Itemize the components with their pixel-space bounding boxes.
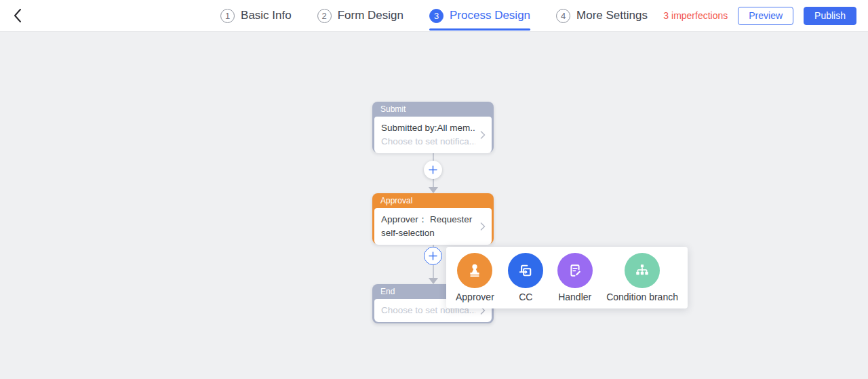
add-node-button[interactable] bbox=[424, 161, 442, 179]
step-basic-info[interactable]: 1 Basic Info bbox=[220, 0, 292, 31]
plus-icon bbox=[429, 252, 437, 260]
popup-item-label: Approver bbox=[456, 292, 494, 302]
step-label: More Settings bbox=[576, 9, 648, 22]
sitemap-icon bbox=[625, 253, 660, 288]
back-button[interactable] bbox=[8, 0, 27, 31]
step-form-design[interactable]: 2 Form Design bbox=[317, 0, 403, 31]
popup-item-label: Handler bbox=[558, 292, 591, 302]
step-number: 1 bbox=[220, 9, 235, 23]
submit-node-body: Submitted by:All mem... Choose to set no… bbox=[374, 117, 492, 153]
submit-node[interactable]: Submit Submitted by:All mem... Choose to… bbox=[372, 102, 494, 153]
approval-node-line1: Approver： Requester bbox=[381, 213, 475, 226]
add-node-popup: Approver CC Ha bbox=[446, 247, 688, 308]
approval-node-body: Approver： Requester self-selection bbox=[374, 208, 492, 245]
preview-button[interactable]: Preview bbox=[738, 7, 793, 25]
popup-item-handler[interactable]: Handler bbox=[556, 253, 594, 302]
popup-item-cc[interactable]: CC bbox=[507, 253, 545, 302]
approval-node[interactable]: Approval Approver： Requester self-select… bbox=[372, 193, 494, 244]
step-number: 4 bbox=[556, 9, 570, 23]
step-label: Process Design bbox=[450, 9, 530, 22]
chevron-right-icon bbox=[480, 222, 486, 231]
imperfections-warning[interactable]: 3 imperfections bbox=[663, 10, 728, 21]
submit-node-title: Submit bbox=[372, 102, 494, 117]
wizard-steps: 1 Basic Info 2 Form Design 3 Process Des… bbox=[220, 0, 648, 31]
popup-item-label: Condition branch bbox=[606, 292, 678, 302]
approval-node-line2: self-selection bbox=[381, 226, 475, 240]
chevron-left-icon bbox=[12, 8, 23, 23]
plus-icon bbox=[429, 165, 437, 174]
publish-button[interactable]: Publish bbox=[804, 7, 856, 25]
stamp-icon bbox=[457, 253, 492, 288]
popup-item-condition-branch[interactable]: Condition branch bbox=[605, 253, 679, 302]
step-label: Basic Info bbox=[241, 9, 292, 22]
submit-node-line2: Choose to set notifica... bbox=[381, 135, 475, 148]
process-canvas: Submit Submitted by:All mem... Choose to… bbox=[0, 32, 868, 379]
add-node-button-active[interactable] bbox=[424, 247, 442, 265]
step-number: 3 bbox=[429, 9, 443, 23]
popup-item-approver[interactable]: Approver bbox=[454, 253, 496, 302]
popup-item-label: CC bbox=[519, 292, 532, 302]
top-bar: 1 Basic Info 2 Form Design 3 Process Des… bbox=[0, 0, 868, 32]
step-label: Form Design bbox=[338, 9, 403, 22]
submit-node-line1: Submitted by:All mem... bbox=[381, 121, 475, 135]
chevron-right-icon bbox=[480, 131, 486, 140]
connector-arrow-icon bbox=[429, 187, 438, 193]
step-process-design[interactable]: 3 Process Design bbox=[429, 0, 530, 31]
forward-icon bbox=[508, 253, 543, 288]
step-more-settings[interactable]: 4 More Settings bbox=[556, 0, 648, 31]
document-edit-icon bbox=[557, 253, 593, 288]
header-actions: 3 imperfections Preview Publish bbox=[663, 0, 856, 31]
approval-node-title: Approval bbox=[372, 193, 494, 208]
step-number: 2 bbox=[317, 9, 332, 23]
connector-arrow-icon bbox=[429, 278, 438, 284]
